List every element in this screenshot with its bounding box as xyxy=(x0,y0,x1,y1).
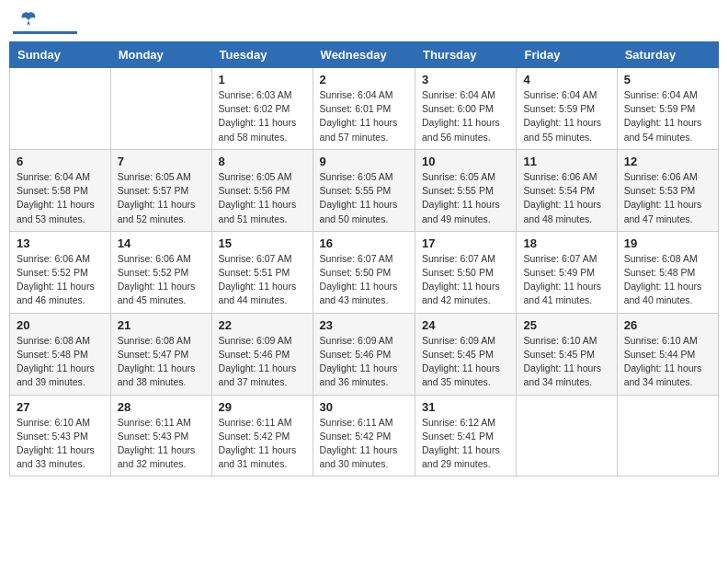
day-number: 29 xyxy=(219,400,306,414)
day-cell: 13Sunrise: 6:06 AM Sunset: 5:52 PM Dayli… xyxy=(10,231,111,313)
day-cell: 15Sunrise: 6:07 AM Sunset: 5:51 PM Dayli… xyxy=(211,231,313,313)
day-cell: 27Sunrise: 6:10 AM Sunset: 5:43 PM Dayli… xyxy=(10,395,111,477)
day-number: 19 xyxy=(624,236,711,250)
day-number: 9 xyxy=(320,155,408,168)
weekday-header-wednesday: Wednesday xyxy=(313,42,415,68)
weekday-header-monday: Monday xyxy=(110,42,211,68)
day-info: Sunrise: 6:07 AM Sunset: 5:49 PM Dayligh… xyxy=(523,252,609,308)
day-info: Sunrise: 6:04 AM Sunset: 6:01 PM Dayligh… xyxy=(320,88,408,144)
day-info: Sunrise: 6:05 AM Sunset: 5:57 PM Dayligh… xyxy=(118,170,205,226)
day-number: 3 xyxy=(422,73,509,86)
day-cell: 12Sunrise: 6:06 AM Sunset: 5:53 PM Dayli… xyxy=(617,149,718,231)
week-row-1: 1Sunrise: 6:03 AM Sunset: 6:02 PM Daylig… xyxy=(10,68,719,150)
day-number: 22 xyxy=(219,318,306,332)
day-info: Sunrise: 6:10 AM Sunset: 5:44 PM Dayligh… xyxy=(624,334,711,390)
day-info: Sunrise: 6:09 AM Sunset: 5:46 PM Dayligh… xyxy=(320,334,408,390)
day-info: Sunrise: 6:11 AM Sunset: 5:43 PM Dayligh… xyxy=(118,416,205,472)
day-info: Sunrise: 6:09 AM Sunset: 5:46 PM Dayligh… xyxy=(219,334,306,390)
weekday-header-thursday: Thursday xyxy=(415,42,517,68)
day-number: 16 xyxy=(320,236,408,250)
day-cell: 24Sunrise: 6:09 AM Sunset: 5:45 PM Dayli… xyxy=(415,313,517,395)
day-info: Sunrise: 6:10 AM Sunset: 5:43 PM Dayligh… xyxy=(17,416,104,472)
weekday-header-tuesday: Tuesday xyxy=(211,42,313,68)
day-number: 25 xyxy=(523,318,609,332)
day-info: Sunrise: 6:08 AM Sunset: 5:48 PM Dayligh… xyxy=(17,334,104,390)
day-cell: 7Sunrise: 6:05 AM Sunset: 5:57 PM Daylig… xyxy=(110,149,211,231)
day-info: Sunrise: 6:06 AM Sunset: 5:53 PM Dayligh… xyxy=(624,170,711,226)
day-number: 6 xyxy=(17,155,104,168)
day-cell: 30Sunrise: 6:11 AM Sunset: 5:42 PM Dayli… xyxy=(313,395,415,477)
day-info: Sunrise: 6:11 AM Sunset: 5:42 PM Dayligh… xyxy=(219,416,306,472)
weekday-header-sunday: Sunday xyxy=(10,42,111,68)
day-cell: 21Sunrise: 6:08 AM Sunset: 5:47 PM Dayli… xyxy=(110,313,211,395)
calendar-table: SundayMondayTuesdayWednesdayThursdayFrid… xyxy=(9,41,719,477)
day-number: 14 xyxy=(118,236,205,250)
day-cell: 2Sunrise: 6:04 AM Sunset: 6:01 PM Daylig… xyxy=(313,68,415,150)
day-number: 11 xyxy=(523,155,609,168)
day-cell: 16Sunrise: 6:07 AM Sunset: 5:50 PM Dayli… xyxy=(313,231,415,313)
day-number: 18 xyxy=(523,236,609,250)
day-info: Sunrise: 6:04 AM Sunset: 5:58 PM Dayligh… xyxy=(17,170,104,226)
day-cell: 14Sunrise: 6:06 AM Sunset: 5:52 PM Dayli… xyxy=(110,231,211,313)
day-cell: 29Sunrise: 6:11 AM Sunset: 5:42 PM Dayli… xyxy=(211,395,313,477)
day-number: 24 xyxy=(422,318,509,332)
day-cell: 28Sunrise: 6:11 AM Sunset: 5:43 PM Dayli… xyxy=(110,395,211,477)
day-number: 21 xyxy=(118,318,205,332)
weekday-header-row: SundayMondayTuesdayWednesdayThursdayFrid… xyxy=(10,42,719,68)
day-info: Sunrise: 6:04 AM Sunset: 5:59 PM Dayligh… xyxy=(523,88,609,144)
day-number: 1 xyxy=(219,73,306,86)
day-number: 13 xyxy=(17,236,104,250)
day-number: 23 xyxy=(320,318,408,332)
day-cell: 25Sunrise: 6:10 AM Sunset: 5:45 PM Dayli… xyxy=(517,313,617,395)
day-cell: 6Sunrise: 6:04 AM Sunset: 5:58 PM Daylig… xyxy=(10,149,111,231)
day-number: 7 xyxy=(118,155,205,168)
day-cell: 11Sunrise: 6:06 AM Sunset: 5:54 PM Dayli… xyxy=(517,149,617,231)
day-info: Sunrise: 6:08 AM Sunset: 5:47 PM Dayligh… xyxy=(118,334,205,390)
day-number: 2 xyxy=(320,73,408,86)
day-cell xyxy=(10,68,111,150)
day-cell: 23Sunrise: 6:09 AM Sunset: 5:46 PM Dayli… xyxy=(313,313,415,395)
day-number: 28 xyxy=(118,400,205,414)
day-number: 30 xyxy=(320,400,408,414)
day-cell: 22Sunrise: 6:09 AM Sunset: 5:46 PM Dayli… xyxy=(211,313,313,395)
day-info: Sunrise: 6:09 AM Sunset: 5:45 PM Dayligh… xyxy=(422,334,509,390)
day-cell: 3Sunrise: 6:04 AM Sunset: 6:00 PM Daylig… xyxy=(415,68,517,150)
day-info: Sunrise: 6:08 AM Sunset: 5:48 PM Dayligh… xyxy=(624,252,711,308)
day-number: 12 xyxy=(624,155,711,168)
day-number: 8 xyxy=(219,155,306,168)
day-cell: 9Sunrise: 6:05 AM Sunset: 5:55 PM Daylig… xyxy=(313,149,415,231)
day-info: Sunrise: 6:03 AM Sunset: 6:02 PM Dayligh… xyxy=(219,88,306,144)
day-info: Sunrise: 6:06 AM Sunset: 5:52 PM Dayligh… xyxy=(118,252,205,308)
logo-underline xyxy=(13,31,77,34)
day-info: Sunrise: 6:07 AM Sunset: 5:51 PM Dayligh… xyxy=(219,252,306,308)
week-row-2: 6Sunrise: 6:04 AM Sunset: 5:58 PM Daylig… xyxy=(10,149,719,231)
day-info: Sunrise: 6:06 AM Sunset: 5:54 PM Dayligh… xyxy=(523,170,609,226)
day-cell: 17Sunrise: 6:07 AM Sunset: 5:50 PM Dayli… xyxy=(415,231,517,313)
day-cell xyxy=(110,68,211,150)
day-cell: 1Sunrise: 6:03 AM Sunset: 6:02 PM Daylig… xyxy=(211,68,313,150)
day-info: Sunrise: 6:06 AM Sunset: 5:52 PM Dayligh… xyxy=(17,252,104,308)
day-cell: 31Sunrise: 6:12 AM Sunset: 5:41 PM Dayli… xyxy=(415,395,517,477)
week-row-3: 13Sunrise: 6:06 AM Sunset: 5:52 PM Dayli… xyxy=(10,231,719,313)
day-info: Sunrise: 6:10 AM Sunset: 5:45 PM Dayligh… xyxy=(523,334,609,390)
day-cell: 26Sunrise: 6:10 AM Sunset: 5:44 PM Dayli… xyxy=(617,313,718,395)
day-info: Sunrise: 6:05 AM Sunset: 5:55 PM Dayligh… xyxy=(422,170,509,226)
day-number: 4 xyxy=(523,73,609,86)
day-cell: 8Sunrise: 6:05 AM Sunset: 5:56 PM Daylig… xyxy=(211,149,313,231)
day-info: Sunrise: 6:07 AM Sunset: 5:50 PM Dayligh… xyxy=(422,252,509,308)
day-info: Sunrise: 6:05 AM Sunset: 5:55 PM Dayligh… xyxy=(320,170,408,226)
day-number: 27 xyxy=(17,400,104,414)
week-row-5: 27Sunrise: 6:10 AM Sunset: 5:43 PM Dayli… xyxy=(10,395,719,477)
day-cell: 20Sunrise: 6:08 AM Sunset: 5:48 PM Dayli… xyxy=(10,313,111,395)
day-info: Sunrise: 6:04 AM Sunset: 5:59 PM Dayligh… xyxy=(624,88,711,144)
day-info: Sunrise: 6:04 AM Sunset: 6:00 PM Dayligh… xyxy=(422,88,509,144)
day-cell: 19Sunrise: 6:08 AM Sunset: 5:48 PM Dayli… xyxy=(617,231,718,313)
day-number: 10 xyxy=(422,155,509,168)
day-cell: 10Sunrise: 6:05 AM Sunset: 5:55 PM Dayli… xyxy=(415,149,517,231)
page-header xyxy=(9,9,719,34)
day-number: 15 xyxy=(219,236,306,250)
day-number: 26 xyxy=(624,318,711,332)
day-info: Sunrise: 6:11 AM Sunset: 5:42 PM Dayligh… xyxy=(320,416,408,472)
day-cell xyxy=(617,395,718,477)
logo xyxy=(13,9,77,34)
